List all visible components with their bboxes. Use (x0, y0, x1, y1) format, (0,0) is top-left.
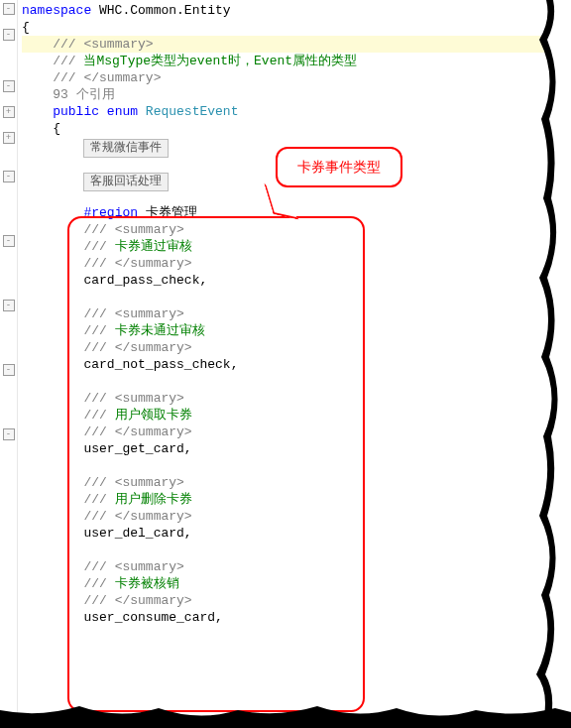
fold-toggle[interactable]: - (3, 80, 15, 92)
xml-doc: /// <summary> (53, 37, 153, 52)
keyword-namespace: namespace (22, 3, 91, 18)
fold-toggle[interactable]: - (3, 300, 15, 311)
code-editor: - - - + + - - - - - namespace WHC (0, 0, 571, 728)
member-desc: 卡券未通过审核 (115, 323, 205, 338)
folding-gutter: - - - + + - - - - - (0, 0, 18, 728)
fold-toggle[interactable]: - (3, 428, 15, 440)
annotation-callout: 卡券事件类型 (276, 147, 402, 187)
region-name: 卡券管理 (138, 205, 197, 220)
member-desc: 卡券通过审核 (115, 239, 192, 254)
fold-toggle[interactable]: - (3, 235, 15, 247)
collapsed-region[interactable]: 常规微信事件 (83, 139, 169, 158)
member-desc: 用户删除卡券 (115, 492, 192, 507)
fold-toggle[interactable]: - (3, 171, 15, 182)
region-keyword: #region (83, 205, 138, 220)
xml-doc: /// </summary> (53, 70, 161, 85)
brace: { (22, 19, 571, 36)
callout-text: 卡券事件类型 (276, 147, 402, 187)
fold-toggle[interactable]: - (3, 3, 15, 15)
fold-toggle[interactable]: - (3, 29, 15, 41)
references-count[interactable]: 93 个引用 (53, 87, 114, 102)
namespace-name: WHC.Common.Entity (91, 3, 230, 18)
member-desc: 卡券被核销 (115, 576, 179, 591)
type-name: RequestEvent (146, 104, 239, 119)
fold-toggle[interactable]: + (3, 106, 15, 118)
fold-toggle[interactable]: + (3, 132, 15, 144)
enum-member: card_not_pass_check, (83, 357, 238, 372)
enum-member: user_get_card, (83, 441, 191, 456)
enum-member: user_del_card, (83, 526, 191, 541)
enum-member: card_pass_check, (83, 273, 207, 288)
keyword-enum: enum (99, 104, 146, 119)
fold-line (3, 16, 15, 28)
xml-doc-prefix: /// (53, 54, 83, 68)
enum-member: user_consume_card, (83, 610, 222, 625)
keyword-public: public (53, 104, 99, 119)
brace: { (53, 121, 60, 136)
collapsed-region[interactable]: 客服回话处理 (83, 173, 169, 191)
code-content[interactable]: namespace WHC.Common.Entity { /// <summa… (18, 0, 571, 728)
member-desc: 用户领取卡券 (115, 408, 192, 423)
enum-description: 当MsgType类型为event时，Event属性的类型 (83, 54, 357, 68)
fold-toggle[interactable]: - (3, 364, 15, 376)
